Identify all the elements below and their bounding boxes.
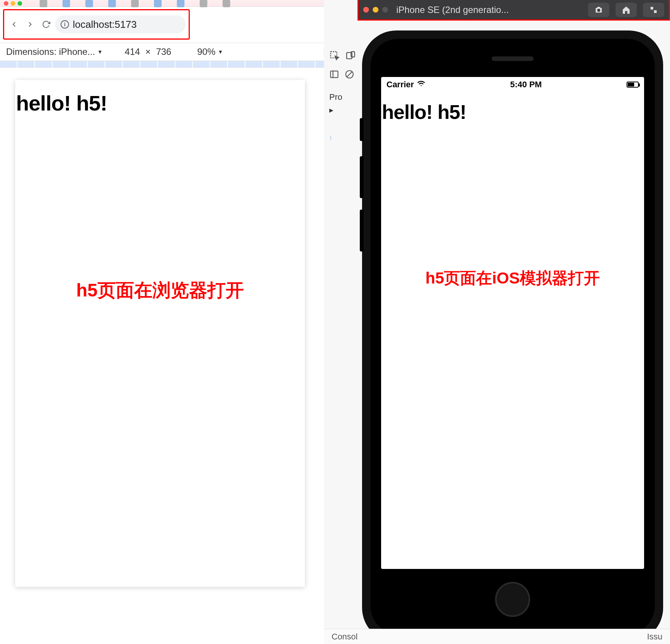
tab-favicon-icon[interactable] xyxy=(177,0,184,7)
svg-point-7 xyxy=(597,9,600,12)
carrier-label: Carrier xyxy=(386,80,414,90)
dimensions-dropdown[interactable]: Dimensions: iPhone... ▼ xyxy=(6,46,103,57)
browser-window: i localhost:5173 Dimensions: iPhone... ▼… xyxy=(0,0,335,644)
simulator-screen: Carrier 5:40 PM hello! h5! h5页面在iOS模拟器打开 xyxy=(381,77,644,569)
devtools-bottom-tabs: Consol Issu xyxy=(324,629,670,644)
dimension-separator: × xyxy=(145,46,151,57)
wifi-icon xyxy=(417,79,425,90)
tab-favicon-icon[interactable] xyxy=(108,0,116,7)
simulator-window-title: iPhone SE (2nd generatio... xyxy=(396,5,582,15)
annotation-caption: h5页面在iOS模拟器打开 xyxy=(389,268,636,289)
right-panel: Pro ▶ 〉 iPhone SE (2nd generatio... xyxy=(324,0,670,644)
disclosure-triangle-icon[interactable]: ▶ xyxy=(329,107,333,113)
traffic-light-close-icon[interactable] xyxy=(4,1,8,6)
annotation-caption: h5页面在浏览器打开 xyxy=(30,278,290,303)
rotate-button[interactable] xyxy=(643,3,664,17)
xcode-navigator-peek: Pro ▶ 〉 xyxy=(329,72,364,145)
chevron-down-icon: ▼ xyxy=(97,49,103,55)
tab-favicon-icon[interactable] xyxy=(40,0,47,7)
zoom-value: 90% xyxy=(197,46,215,57)
zoom-dropdown[interactable]: 90% ▼ xyxy=(197,46,223,57)
site-info-icon[interactable]: i xyxy=(61,20,69,29)
home-button[interactable] xyxy=(616,3,637,17)
viewport-width[interactable]: 414 xyxy=(125,46,140,57)
volume-up-icon xyxy=(360,156,364,198)
tab-favicon-icon[interactable] xyxy=(223,0,230,7)
page-heading: hello! h5! xyxy=(15,80,305,115)
dimensions-label: Dimensions: iPhone... xyxy=(6,46,95,57)
battery-icon xyxy=(627,82,639,88)
element-picker-icon[interactable] xyxy=(329,50,340,61)
ios-status-bar: Carrier 5:40 PM xyxy=(381,77,644,92)
mute-switch-icon xyxy=(360,118,364,141)
tab-favicon-icon[interactable] xyxy=(131,0,139,7)
back-button[interactable] xyxy=(7,18,21,31)
traffic-light-close-icon[interactable] xyxy=(363,7,369,13)
tab-favicon-icon[interactable] xyxy=(63,0,70,7)
forward-button[interactable] xyxy=(23,18,37,31)
project-label: Pro xyxy=(329,92,342,102)
traffic-light-disabled-icon xyxy=(382,7,388,13)
screenshot-button[interactable] xyxy=(588,3,609,17)
chevron-down-icon: ▼ xyxy=(218,49,223,55)
devtools-device-toolbar: Dimensions: iPhone... ▼ 414 × 736 90% ▼ … xyxy=(0,43,335,61)
iphone-frame: Carrier 5:40 PM hello! h5! h5页面在iOS模拟器打开 xyxy=(362,30,663,642)
traffic-light-minimize-icon[interactable] xyxy=(373,7,378,13)
viewport-height[interactable]: 736 xyxy=(156,46,171,57)
page-heading: hello! h5! xyxy=(381,92,644,123)
tab-favicon-icon[interactable] xyxy=(200,0,207,7)
clock-label: 5:40 PM xyxy=(510,80,542,90)
reload-button[interactable] xyxy=(39,18,53,31)
traffic-light-zoom-icon[interactable] xyxy=(18,1,22,6)
browser-tabstrip xyxy=(0,0,335,7)
address-bar[interactable]: i localhost:5173 xyxy=(55,15,186,34)
chevron-right-icon[interactable]: 〉 xyxy=(329,135,335,142)
tab-favicons xyxy=(40,0,230,7)
device-toggle-icon[interactable] xyxy=(345,50,356,61)
traffic-light-minimize-icon[interactable] xyxy=(11,1,15,6)
volume-down-icon xyxy=(360,210,364,252)
console-tab[interactable]: Consol xyxy=(332,632,357,642)
devtools-panel-icons xyxy=(329,50,356,61)
device-viewport-wrap: hello! h5! h5页面在浏览器打开 xyxy=(0,68,335,599)
devtools-ruler xyxy=(0,61,335,68)
device-viewport: hello! h5! h5页面在浏览器打开 xyxy=(15,80,305,587)
tab-favicon-icon[interactable] xyxy=(154,0,162,7)
earpiece-icon xyxy=(492,56,534,61)
home-button-hardware[interactable] xyxy=(495,582,530,617)
simulator-titlebar: iPhone SE (2nd generatio... xyxy=(357,0,670,21)
address-bar-row: i localhost:5173 xyxy=(3,9,190,40)
tab-favicon-icon[interactable] xyxy=(85,0,93,7)
issues-tab[interactable]: Issu xyxy=(647,632,662,642)
url-text: localhost:5173 xyxy=(73,19,137,30)
